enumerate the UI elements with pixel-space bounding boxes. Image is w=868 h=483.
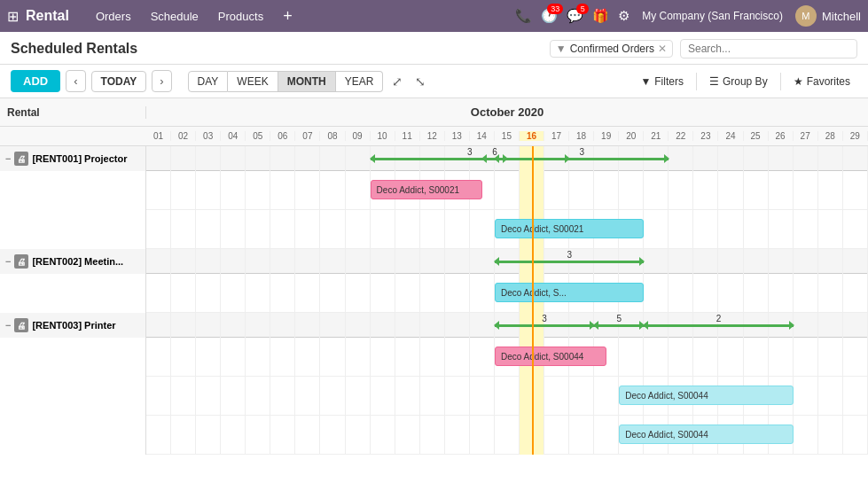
bars-area-rent002-sub1: Deco Addict, S... [146, 274, 868, 313]
star-icon: ★ [794, 75, 803, 88]
day-header-21: 21 [644, 131, 669, 141]
day-header-26: 26 [769, 131, 794, 141]
avatar: M [795, 5, 817, 27]
today-line [532, 377, 534, 416]
chat-icon[interactable]: 💬 5 [567, 8, 583, 24]
day-header-15: 15 [495, 131, 520, 141]
bars-area-rent001-group: 363 [146, 146, 868, 171]
collapse-icon[interactable]: − [5, 256, 11, 267]
row-label-text: [RENT001] Projector [32, 153, 127, 164]
app-title: Rental [26, 8, 69, 24]
day-header-14: 14 [470, 131, 495, 141]
day-header-09: 09 [346, 131, 371, 141]
row-label-text: [RENT002] Meetin... [32, 256, 123, 267]
day-header-05: 05 [246, 131, 270, 141]
row-label-rent003-sub1 [0, 338, 146, 377]
next-button[interactable]: › [152, 70, 171, 92]
line-bar-rent003-group-2: 2 [644, 324, 793, 327]
event-bar-rent002-sub1-0[interactable]: Deco Addict, S... [495, 283, 644, 302]
view-year[interactable]: YEAR [336, 71, 384, 92]
topbar-icons: 📞 🕐 33 💬 5 🎁 ⚙ [515, 8, 629, 24]
event-bar-rent003-sub3-0[interactable]: Deco Addict, S00044 [619, 425, 793, 444]
today-line [532, 416, 534, 455]
today-button[interactable]: TODAY [91, 71, 147, 92]
filter-icon: ▼ [640, 75, 651, 88]
line-label-rent001-group-2: 3 [579, 147, 584, 157]
nav-products[interactable]: Products [209, 6, 272, 27]
event-bar-rent003-sub2-0[interactable]: Deco Addict, S00044 [619, 386, 793, 405]
gantt-days-header: 0102030405060708091011121314151617181920… [0, 127, 868, 146]
subheader: Scheduled Rentals ▼ Confirmed Orders ✕ [0, 32, 868, 65]
view-switcher: DAY WEEK MONTH YEAR [188, 71, 384, 92]
user-menu[interactable]: M Mitchell [795, 5, 861, 27]
nav-schedule[interactable]: Schedule [142, 6, 207, 27]
collapse-icon[interactable]: − [5, 320, 11, 331]
collapse-icon[interactable]: − [5, 153, 11, 164]
row-label-rent001-group[interactable]: − 🖨 [RENT001] Projector [0, 146, 146, 171]
gantt-row-rent003-group: − 🖨 [RENT003] Printer 352 [0, 313, 868, 338]
bars-area-rent001-sub2: Deco Addict, S00021 [146, 210, 868, 249]
gantt-row-rent001-sub2: Deco Addict, S00021 [0, 210, 868, 249]
nav-orders[interactable]: Orders [87, 6, 140, 27]
collapse-icon[interactable]: ⤡ [411, 73, 429, 90]
main-nav: Orders Schedule Products [87, 6, 272, 27]
view-day[interactable]: DAY [188, 71, 229, 92]
group-by-button[interactable]: ☰ Group By [702, 72, 775, 91]
line-label-rent003-group-1: 5 [617, 314, 622, 323]
topbar: ⊞ Rental Orders Schedule Products + 📞 🕐 … [0, 0, 868, 32]
line-bar-rent002-group-0: 3 [495, 261, 644, 263]
today-line [532, 171, 534, 210]
bars-area-rent003-sub2: Deco Addict, S00044 [146, 377, 868, 416]
day-header-11: 11 [395, 131, 420, 141]
day-header-01: 01 [146, 131, 171, 141]
gantt-month-title: October 2020 [146, 105, 868, 119]
line-label-rent002-group-0: 3 [567, 250, 572, 260]
day-header-19: 19 [594, 131, 619, 141]
company-name[interactable]: My Company (San Francisco) [642, 10, 783, 22]
row-label-rent001-sub1 [0, 171, 146, 210]
filter-label: Confirmed Orders [570, 43, 654, 55]
add-button[interactable]: ADD [11, 70, 60, 92]
row-label-rent003-group[interactable]: − 🖨 [RENT003] Printer [0, 313, 146, 338]
day-header-25: 25 [744, 131, 769, 141]
day-header-28: 28 [818, 131, 843, 141]
row-label-rent002-sub1 [0, 274, 146, 313]
product-icon: 🖨 [14, 152, 28, 166]
gantt-rental-col: Rental [0, 106, 146, 119]
expand-icon[interactable]: ⤢ [388, 73, 406, 90]
search-input[interactable] [680, 39, 857, 58]
grid-icon[interactable]: ⊞ [7, 8, 19, 25]
prev-button[interactable]: ‹ [66, 70, 85, 92]
settings-icon[interactable]: ⚙ [618, 8, 629, 24]
toolbar: ADD ‹ TODAY › DAY WEEK MONTH YEAR ⤢ ⤡ ▼ … [0, 65, 868, 98]
gift-icon[interactable]: 🎁 [592, 8, 609, 24]
line-bar-rent001-group-2: 3 [495, 158, 669, 160]
bars-area-rent001-sub1: Deco Addict, S00021 [146, 171, 868, 210]
row-label-rent001-sub2 [0, 210, 146, 249]
day-header-07: 07 [295, 131, 320, 141]
day-header-10: 10 [371, 131, 395, 141]
event-bar-rent001-sub1-0[interactable]: Deco Addict, S00021 [371, 180, 482, 199]
day-header-24: 24 [718, 131, 743, 141]
product-icon: 🖨 [14, 254, 28, 269]
add-menu-button[interactable]: + [276, 7, 300, 26]
day-header-27: 27 [794, 131, 818, 141]
gantt-row-rent001-group: − 🖨 [RENT001] Projector 363 [0, 146, 868, 171]
bars-area-rent003-sub3: Deco Addict, S00044 [146, 416, 868, 455]
filters-button[interactable]: ▼ Filters [633, 72, 691, 91]
line-label-rent001-group-0: 3 [467, 147, 473, 157]
row-label-rent003-sub3 [0, 416, 146, 455]
gantt-row-rent003-sub1: Deco Addict, S00044 [0, 338, 868, 377]
event-bar-rent003-sub1-0[interactable]: Deco Addict, S00044 [495, 347, 606, 366]
filter-remove-button[interactable]: ✕ [658, 43, 667, 55]
event-bar-rent001-sub2-0[interactable]: Deco Addict, S00021 [495, 219, 644, 238]
line-bar-rent003-group-1: 5 [594, 324, 644, 327]
view-month[interactable]: MONTH [278, 71, 336, 92]
favorites-button[interactable]: ★ Favorites [786, 72, 857, 91]
view-week[interactable]: WEEK [228, 71, 278, 92]
row-label-rent002-group[interactable]: − 🖨 [RENT002] Meetin... [0, 249, 146, 274]
phone-icon[interactable]: 📞 [515, 8, 532, 24]
day-header-04: 04 [221, 131, 246, 141]
group-icon: ☰ [709, 75, 719, 88]
clock-icon[interactable]: 🕐 33 [541, 8, 558, 24]
